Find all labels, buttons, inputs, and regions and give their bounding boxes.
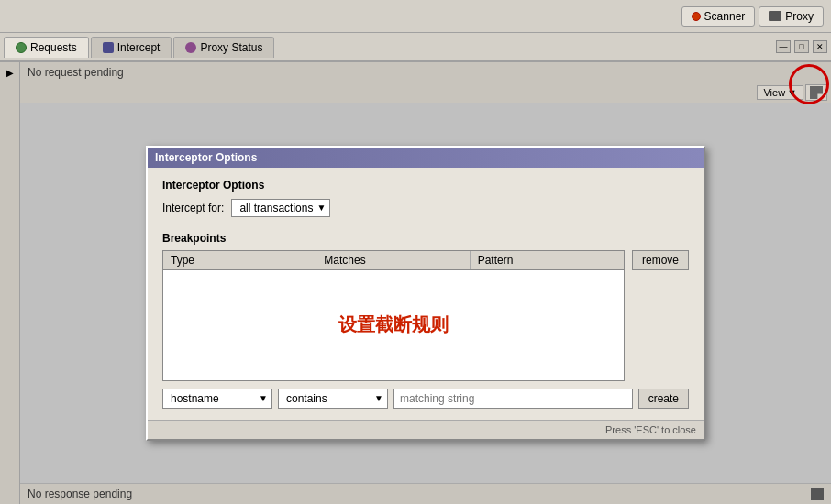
dialog-title: Interceptor Options <box>148 148 704 168</box>
main-area: ▶ No request pending View ▼ Interceptor … <box>0 62 831 504</box>
matches-value: contains <box>286 392 327 405</box>
view-label: View <box>763 87 785 98</box>
matches-select-arrow: ▼ <box>374 393 383 403</box>
intercept-for-value: all transactions <box>239 202 313 214</box>
tabs-bar: Requests Intercept Proxy Status — □ ✕ <box>0 33 831 62</box>
requests-icon <box>16 42 27 53</box>
center-text: 设置截断规则 <box>338 312 449 337</box>
close-button[interactable]: ✕ <box>813 40 827 53</box>
dialog-body: Interceptor Options Intercept for: all t… <box>148 168 704 420</box>
scanner-label: Scanner <box>704 10 746 23</box>
breakpoints-container: Type Matches Pattern 设置截断规则 remove <box>162 250 689 381</box>
intercept-for-label: Intercept for: <box>162 202 224 214</box>
tab-requests[interactable]: Requests <box>4 37 89 58</box>
tab-proxy-status-label: Proxy Status <box>200 41 262 54</box>
tab-requests-label: Requests <box>30 41 77 54</box>
monitor-icon <box>769 11 781 21</box>
minimize-button[interactable]: — <box>776 40 791 53</box>
top-toolbar: Scanner Proxy <box>0 0 831 33</box>
modal-overlay: Interceptor Options Interceptor Options … <box>20 103 831 483</box>
proxy-status-icon <box>185 42 196 53</box>
breakpoints-label: Breakpoints <box>162 232 689 245</box>
create-button[interactable]: create <box>638 389 689 409</box>
breakpoints-table: Type Matches Pattern 设置截断规则 <box>162 250 625 381</box>
intercept-for-row: Intercept for: all transactions ▼ <box>162 199 689 217</box>
middle-area: Interceptor Options Interceptor Options … <box>20 103 831 483</box>
interceptor-options-dialog: Interceptor Options Interceptor Options … <box>146 146 705 441</box>
table-header: Type Matches Pattern <box>163 251 624 270</box>
col-pattern: Pattern <box>471 251 624 269</box>
no-response-status: No response pending <box>28 488 132 500</box>
scanner-button[interactable]: Scanner <box>681 6 756 27</box>
left-sidebar: ▶ <box>0 62 20 504</box>
scanner-icon <box>692 12 701 21</box>
view-bar: View ▼ <box>20 82 831 103</box>
add-breakpoint-row: hostname ▼ contains ▼ create <box>162 389 689 409</box>
press-esc-label: Press 'ESC' to close <box>605 424 696 435</box>
dialog-footer: Press 'ESC' to close <box>148 420 704 439</box>
proxy-button[interactable]: Proxy <box>759 6 824 27</box>
type-select[interactable]: hostname ▼ <box>162 389 272 409</box>
content-area: No request pending View ▼ Interceptor Op… <box>20 62 831 504</box>
no-request-status: No request pending <box>20 62 831 82</box>
view-button[interactable]: View ▼ <box>757 85 803 100</box>
proxy-label: Proxy <box>785 10 814 23</box>
pattern-input[interactable] <box>393 389 633 409</box>
remove-button[interactable]: remove <box>632 250 689 270</box>
intercept-icon <box>103 42 114 53</box>
right-panel-button[interactable] <box>805 84 827 101</box>
tab-intercept[interactable]: Intercept <box>91 37 172 58</box>
type-value: hostname <box>171 392 219 405</box>
tab-proxy-status[interactable]: Proxy Status <box>173 37 274 58</box>
intercept-for-select[interactable]: all transactions ▼ <box>231 199 330 217</box>
col-matches: Matches <box>316 251 470 269</box>
intercept-select-arrow: ▼ <box>316 203 326 213</box>
window-controls: — □ ✕ <box>776 40 827 53</box>
type-select-arrow: ▼ <box>259 393 268 403</box>
breakpoint-actions: remove <box>632 250 689 381</box>
col-type: Type <box>163 251 316 269</box>
matches-select[interactable]: contains ▼ <box>278 389 388 409</box>
view-dropdown-arrow: ▼ <box>787 87 797 98</box>
right-panel-icon <box>810 86 823 99</box>
table-body: 设置截断规则 <box>163 270 624 380</box>
sidebar-arrow[interactable]: ▶ <box>4 66 17 79</box>
dialog-section-label: Interceptor Options <box>162 179 689 192</box>
bottom-status-bar: No response pending <box>20 483 831 504</box>
tab-intercept-label: Intercept <box>117 41 161 54</box>
restore-button[interactable]: □ <box>794 40 809 53</box>
resize-handle[interactable] <box>811 488 824 500</box>
